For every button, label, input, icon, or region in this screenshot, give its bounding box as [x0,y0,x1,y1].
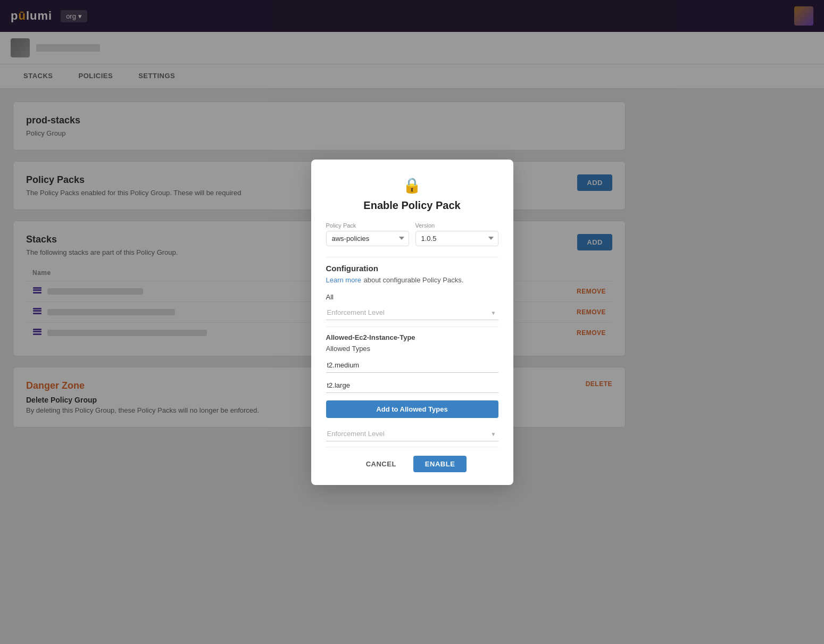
policy-pack-select[interactable]: aws-policies [326,231,409,246]
ec2-section-label: Allowed-Ec2-Instance-Type [326,333,498,341]
config-description: Learn more about configurable Policy Pac… [326,275,498,285]
learn-more-link[interactable]: Learn more [326,276,361,284]
version-group: Version 1.0.5 [415,222,498,246]
enable-button[interactable]: ENABLE [413,456,467,472]
policy-pack-label: Policy Pack [326,222,409,229]
modal-icon-container: 🔒 [326,177,498,194]
ec2-section-sublabel: Allowed Types [326,345,498,353]
divider-1 [326,257,498,257]
config-title: Configuration [326,264,498,273]
cancel-button[interactable]: CANCEL [357,456,405,472]
enforcement-level-wrap-1: Enforcement Level ▼ [326,305,498,320]
configuration-section: Configuration Learn more about configura… [326,264,498,285]
allowed-type-input-1[interactable] [326,358,498,373]
divider-2 [326,327,498,327]
lock-icon: 🔒 [403,177,421,194]
allowed-type-input-2[interactable] [326,378,498,393]
config-link-desc: about configurable Policy Packs. [363,276,463,284]
enforcement-level-wrap-2: Enforcement Level ▼ [326,426,498,441]
policy-pack-group: Policy Pack aws-policies [326,222,409,246]
enforcement-level-select-2[interactable]: Enforcement Level [326,426,498,441]
policy-version-row: Policy Pack aws-policies Version 1.0.5 [326,222,498,246]
enable-policy-pack-modal: 🔒 Enable Policy Pack Policy Pack aws-pol… [311,160,513,485]
modal-footer: CANCEL ENABLE [326,447,498,472]
version-select[interactable]: 1.0.5 [415,231,498,246]
modal-title: Enable Policy Pack [326,199,498,212]
version-label: Version [415,222,498,229]
all-label: All [326,293,498,301]
enforcement-level-select-1[interactable]: Enforcement Level [326,305,498,320]
modal-overlay: 🔒 Enable Policy Pack Policy Pack aws-pol… [0,0,824,644]
add-to-allowed-types-button[interactable]: Add to Allowed Types [326,400,498,418]
